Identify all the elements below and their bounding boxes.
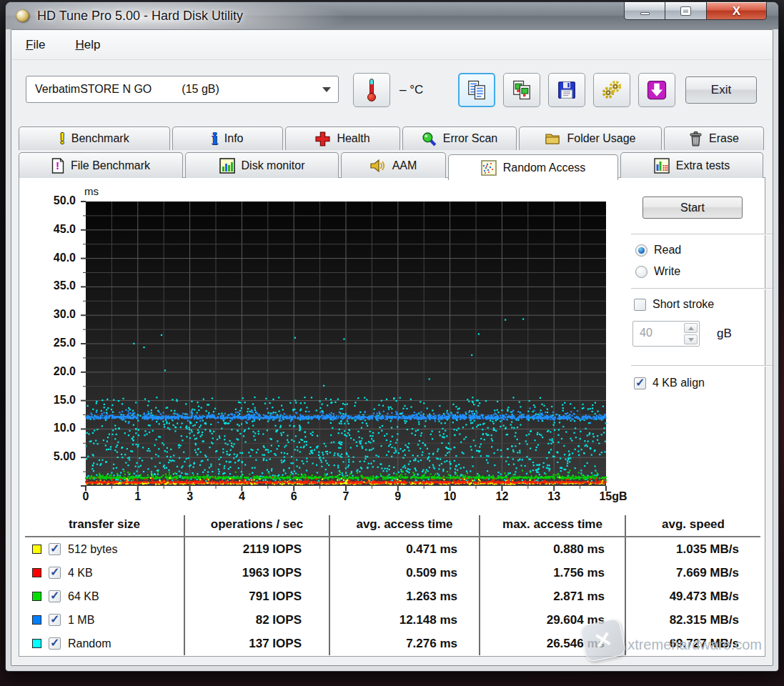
temperature-button[interactable] [353, 73, 390, 107]
xtremehardware-logo-icon: ✕ [580, 618, 627, 663]
watermark: ✕ xtremehardware.com [583, 622, 762, 659]
magnifier-icon [422, 131, 437, 146]
spinner-down-button[interactable] [684, 334, 698, 344]
series-label: 64 KB [68, 590, 99, 603]
tab-health[interactable]: Health [285, 126, 400, 150]
tab-aam[interactable]: AAM [341, 152, 446, 178]
minimize-icon [640, 12, 650, 15]
max-cell: 0.880 ms [479, 537, 625, 561]
y-axis-tick-label: 25.0 [26, 337, 76, 349]
write-option[interactable]: Write [635, 265, 680, 278]
separator [631, 288, 773, 289]
drive-select[interactable]: VerbatimSTORE N GO (15 gB) [26, 76, 339, 103]
avg-cell: 0.509 ms [329, 561, 479, 585]
table-row: 512 bytes [25, 537, 184, 561]
ops-cell: 82 IOPS [184, 608, 329, 632]
menu-help[interactable]: Help [75, 38, 100, 52]
tab-random-access[interactable]: Random Access [448, 154, 618, 180]
series-checkbox[interactable] [49, 543, 61, 555]
scatter-plot-icon [481, 160, 497, 176]
random-access-scatter-svg [80, 200, 615, 494]
tab-label: Health [337, 132, 369, 145]
app-icon [16, 9, 29, 22]
read-radio[interactable] [635, 244, 647, 257]
access-time-chart: ms 50.045.040.035.030.025.020.015.010.05… [80, 200, 615, 494]
window-title: HD Tune Pro 5.00 - Hard Disk Utility [37, 9, 243, 24]
tab-label: Random Access [503, 161, 586, 174]
ops-cell: 1963 IOPS [184, 561, 329, 585]
series-color-swatch [32, 592, 41, 601]
maximize-button[interactable] [665, 2, 707, 20]
drive-name: VerbatimSTORE N GO [35, 83, 152, 96]
window-controls: X [624, 2, 767, 20]
align-checkbox[interactable] [634, 377, 646, 389]
short-stroke-option[interactable]: Short stroke [634, 298, 714, 311]
series-color-swatch [32, 615, 41, 625]
table-row: 1 MB [25, 608, 184, 632]
minimize-button[interactable] [624, 2, 665, 20]
tab-label: Disk monitor [242, 159, 305, 172]
avg-cell: 12.148 ms [329, 608, 479, 632]
chevron-down-icon [322, 87, 331, 92]
exit-button[interactable]: Exit [685, 76, 757, 104]
thermometer-icon [368, 79, 375, 101]
download-arrow-icon [646, 79, 668, 101]
series-checkbox[interactable] [49, 567, 61, 579]
table-row: 64 KB [25, 585, 184, 608]
tab-label: Erase [709, 132, 739, 145]
copy-image-button[interactable] [503, 73, 540, 107]
tab-file-benchmark[interactable]: ! File Benchmark [19, 152, 183, 178]
trash-icon [689, 131, 703, 146]
stroke-size-spinner[interactable]: 40 [632, 321, 700, 347]
window-body: File Help VerbatimSTORE N GO (15 gB) – °… [11, 29, 773, 666]
align-option[interactable]: 4 KB align [634, 377, 705, 389]
close-button[interactable]: X [707, 2, 767, 20]
tab-benchmark[interactable]: ! Benchmark [19, 126, 170, 150]
y-axis-unit-label: ms [84, 185, 99, 197]
download-button[interactable] [638, 73, 675, 107]
tab-info[interactable]: i Info [172, 126, 283, 150]
y-axis-tick-label: 5.00 [26, 450, 76, 463]
tab-erase[interactable]: Erase [664, 126, 764, 150]
series-checkbox[interactable] [49, 637, 61, 650]
series-checkbox[interactable] [49, 590, 61, 602]
column-header: transfer size [25, 515, 184, 537]
titlebar[interactable]: HD Tune Pro 5.00 - Hard Disk Utility X [6, 2, 778, 29]
short-stroke-checkbox[interactable] [634, 299, 646, 311]
series-checkbox[interactable] [49, 614, 61, 626]
spinner-up-button[interactable] [684, 323, 698, 333]
tab-extra-tests[interactable]: Extra tests [620, 152, 763, 178]
tab-label: Info [224, 132, 244, 145]
start-button[interactable]: Start [642, 197, 743, 219]
read-option[interactable]: Read [635, 244, 681, 257]
save-button[interactable] [548, 73, 585, 107]
stroke-unit-label: gB [717, 327, 732, 341]
column-header: max. access time [479, 515, 625, 537]
tab-disk-monitor[interactable]: Disk monitor [185, 152, 339, 178]
svg-text:!: ! [56, 159, 59, 172]
series-color-swatch [32, 568, 41, 577]
toolbar: VerbatimSTORE N GO (15 gB) – °C [11, 60, 773, 126]
ops-cell: 2119 IOPS [184, 537, 329, 561]
max-cell: 2.871 ms [479, 585, 625, 608]
avg-cell: 0.471 ms [329, 537, 479, 561]
menu-file[interactable]: File [26, 38, 45, 52]
settings-button[interactable] [593, 73, 630, 107]
ops-cell: 791 IOPS [184, 585, 329, 608]
app-window: HD Tune Pro 5.00 - Hard Disk Utility X F… [6, 2, 778, 671]
avg-cell: 1.263 ms [329, 585, 479, 608]
y-axis-tick-label: 30.0 [26, 308, 76, 321]
read-label: Read [654, 244, 681, 257]
temperature-value: – °C [400, 83, 423, 97]
benchmark-icon: ! [59, 131, 64, 146]
watermark-text: xtremehardware.com [627, 637, 762, 659]
speed-cell: 7.669 MB/s [625, 561, 760, 585]
tab-folder-usage[interactable]: Folder Usage [519, 126, 662, 150]
short-stroke-label: Short stroke [652, 298, 714, 311]
tab-error-scan[interactable]: Error Scan [402, 126, 517, 150]
write-radio[interactable] [635, 266, 647, 278]
random-access-panel: ms 50.045.040.035.030.025.020.015.010.05… [19, 177, 765, 657]
up-arrow-icon [688, 327, 694, 330]
copy-text-button[interactable] [458, 73, 495, 107]
file-benchmark-icon: ! [51, 158, 64, 174]
